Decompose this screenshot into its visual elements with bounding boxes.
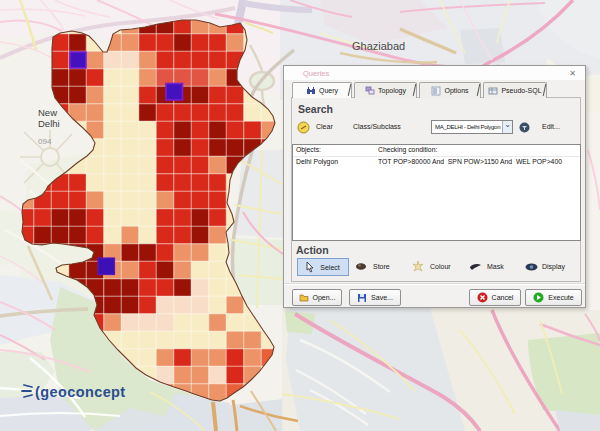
svg-text:Ghaziabad: Ghaziabad xyxy=(352,40,405,52)
svg-text:094: 094 xyxy=(38,137,52,146)
svg-text:(geoconcept: (geoconcept xyxy=(35,384,126,400)
svg-text:New: New xyxy=(38,107,57,118)
svg-text:Delhi: Delhi xyxy=(38,118,60,129)
